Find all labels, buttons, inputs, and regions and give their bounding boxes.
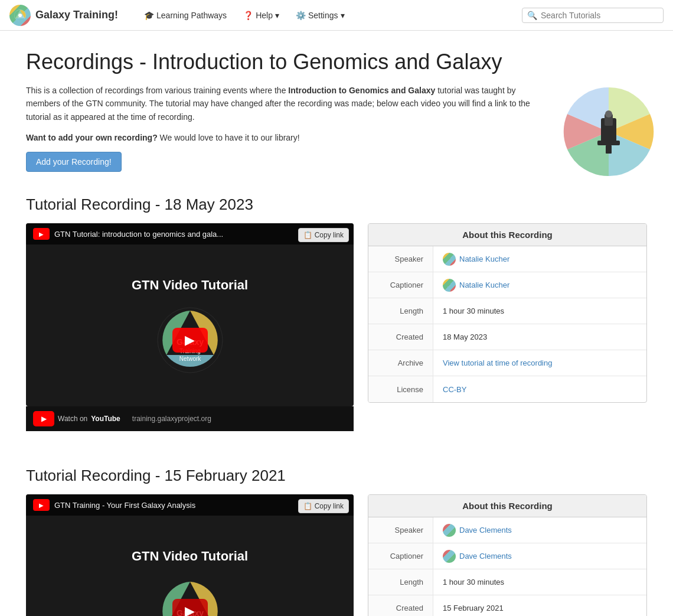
yt-logo-2 xyxy=(33,499,50,511)
search-icon: 🔍 xyxy=(527,11,537,20)
license-link-1[interactable]: CC-BY xyxy=(443,385,466,394)
search-input[interactable] xyxy=(541,11,658,20)
video-title-text-2: GTN Training - Your First Galaxy Analysi… xyxy=(54,501,195,510)
recording-section-1: Tutorial Recording - 18 May 2023 GTN Tut… xyxy=(26,195,647,431)
gtn-video-title-2: GTN Video Tutorial xyxy=(132,549,248,564)
recording-1-layout: GTN Tutorial: introduction to genomics a… xyxy=(26,223,647,431)
recording-section-2: Tutorial Recording - 15 February 2021 GT… xyxy=(26,467,647,616)
chevron-down-icon: ▾ xyxy=(275,11,279,20)
created-value-2: 15 February 2021 xyxy=(433,595,646,616)
created-label-1: Created xyxy=(368,324,433,350)
captioner-row-2: Captioner Dave Clements xyxy=(368,543,646,569)
settings-menu[interactable]: ⚙️ Settings ▾ xyxy=(289,7,352,24)
speaker-label-2: Speaker xyxy=(368,517,433,543)
speaker-link-1[interactable]: Natalie Kucher xyxy=(459,255,509,263)
play-button-1[interactable] xyxy=(172,328,208,353)
created-row-1: Created 18 May 2023 xyxy=(368,324,646,350)
yt-watch-1: ▶ Watch on YouTube xyxy=(33,411,120,426)
captioner-label-2: Captioner xyxy=(368,543,433,569)
archive-label-1: Archive xyxy=(368,350,433,376)
copy-link-button-1[interactable]: 📋 Copy link xyxy=(298,228,349,242)
length-value-1: 1 hour 30 minutes xyxy=(433,298,646,324)
help-menu[interactable]: ❓ Help ▾ xyxy=(236,7,286,24)
gtn-logo-2: Galaxy Training Network xyxy=(155,576,226,616)
video-thumbnail-2[interactable]: GTN Training - Your First Galaxy Analysi… xyxy=(26,494,354,616)
svg-rect-8 xyxy=(605,114,613,126)
length-value-2: 1 hour 30 minutes xyxy=(433,569,646,595)
info-table-1: About this Recording Speaker Natalie Kuc… xyxy=(368,223,647,403)
video-wrapper-1: GTN Tutorial: introduction to genomics a… xyxy=(26,223,354,431)
recording-2-title: Tutorial Recording - 15 February 2021 xyxy=(26,467,647,485)
speaker-row-2: Speaker Dave Clements xyxy=(368,517,646,543)
captioner-label-1: Captioner xyxy=(368,272,433,298)
archive-row-1: Archive View tutorial at time of recordi… xyxy=(368,350,646,376)
svg-point-9 xyxy=(605,110,612,118)
about-header-1: About this Recording xyxy=(368,224,646,246)
video-thumbnail-1[interactable]: GTN Tutorial: introduction to genomics a… xyxy=(26,223,354,406)
captioner-value-2: Dave Clements xyxy=(433,543,646,569)
created-value-1: 18 May 2023 xyxy=(433,324,646,350)
add-recording-button[interactable]: Add your Recording! xyxy=(26,152,122,172)
speaker-value-1: Natalie Kucher xyxy=(433,246,646,272)
video-wrapper-2: GTN Training - Your First Galaxy Analysi… xyxy=(26,494,354,616)
youtube-icon-1: ▶ xyxy=(33,411,54,426)
speaker-value-2: Dave Clements xyxy=(433,517,646,543)
want-add-text: We would love to have it to our library! xyxy=(158,133,300,142)
copy-icon-1: 📋 xyxy=(303,231,312,239)
captioner-link-1[interactable]: Natalie Kucher xyxy=(459,281,509,289)
captioner-avatar-2 xyxy=(443,550,456,563)
yt-logo-1 xyxy=(33,228,50,240)
copy-icon-2: 📋 xyxy=(303,502,312,510)
intro-bold: Introduction to Genomics and Galaxy xyxy=(288,86,435,95)
page-title: Recordings - Introduction to Genomics an… xyxy=(26,50,647,74)
nav-items: 🎓 Learning Pathways ❓ Help ▾ ⚙️ Settings… xyxy=(137,7,517,24)
info-table-2: About this Recording Speaker Dave Clemen… xyxy=(368,494,647,616)
speaker-link-2[interactable]: Dave Clements xyxy=(459,526,512,534)
page-decoration xyxy=(558,82,659,182)
play-button-2[interactable] xyxy=(172,599,208,616)
length-label-2: Length xyxy=(368,569,433,595)
captioner-avatar-1 xyxy=(443,279,456,292)
length-row-2: Length 1 hour 30 minutes xyxy=(368,569,646,595)
search-box[interactable]: 🔍 xyxy=(522,8,664,23)
want-add-label: Want to add your own recording? xyxy=(26,133,158,142)
created-label-2: Created xyxy=(368,595,433,616)
license-label-1: License xyxy=(368,376,433,402)
page-intro: This is a collection of recordings from … xyxy=(26,84,534,123)
length-label-1: Length xyxy=(368,298,433,324)
brand-logo xyxy=(9,5,31,26)
brand-name: Galaxy Training! xyxy=(35,9,118,21)
youtube-label-1: YouTube xyxy=(91,415,120,423)
watch-on-label-1: Watch on xyxy=(58,415,87,423)
video-title-text-1: GTN Tutorial: introduction to genomics a… xyxy=(54,230,223,239)
captioner-row-1: Captioner Natalie Kucher xyxy=(368,272,646,298)
url-text-1: training.galaxyproject.org xyxy=(132,415,211,423)
gear-icon: ⚙️ xyxy=(296,11,306,20)
speaker-avatar-2 xyxy=(443,524,456,537)
chevron-down-icon-settings: ▾ xyxy=(341,11,345,20)
length-row-1: Length 1 hour 30 minutes xyxy=(368,298,646,324)
speaker-avatar-1 xyxy=(443,253,456,266)
archive-link-1[interactable]: View tutorial at time of recording xyxy=(443,358,552,367)
gtn-video-title-1: GTN Video Tutorial xyxy=(132,278,248,293)
gtn-logo-1: Galaxy Training Network xyxy=(155,305,226,376)
speaker-label-1: Speaker xyxy=(368,246,433,272)
created-row-2: Created 15 February 2021 xyxy=(368,595,646,616)
gtn-video-content-1: GTN Video Tutorial Galaxy Training Netwo… xyxy=(26,223,354,406)
about-header-2: About this Recording xyxy=(368,495,646,517)
main-content: Recordings - Introduction to Genomics an… xyxy=(12,31,661,616)
recording-2-layout: GTN Training - Your First Galaxy Analysi… xyxy=(26,494,647,616)
svg-rect-10 xyxy=(606,145,612,154)
video-footer-1: ▶ Watch on YouTube training.galaxyprojec… xyxy=(26,406,354,431)
archive-value-1: View tutorial at time of recording xyxy=(433,350,646,376)
brand-link[interactable]: Galaxy Training! xyxy=(9,5,118,26)
question-icon: ❓ xyxy=(243,11,253,20)
captioner-link-2[interactable]: Dave Clements xyxy=(459,552,512,560)
graduation-icon: 🎓 xyxy=(144,11,154,20)
recording-1-title: Tutorial Recording - 18 May 2023 xyxy=(26,195,647,214)
want-add-paragraph: Want to add your own recording? We would… xyxy=(26,133,647,142)
svg-point-1 xyxy=(18,14,22,17)
learning-pathways-link[interactable]: 🎓 Learning Pathways xyxy=(137,7,234,24)
copy-link-button-2[interactable]: 📋 Copy link xyxy=(298,499,349,513)
intro-before-bold: This is a collection of recordings from … xyxy=(26,86,288,95)
